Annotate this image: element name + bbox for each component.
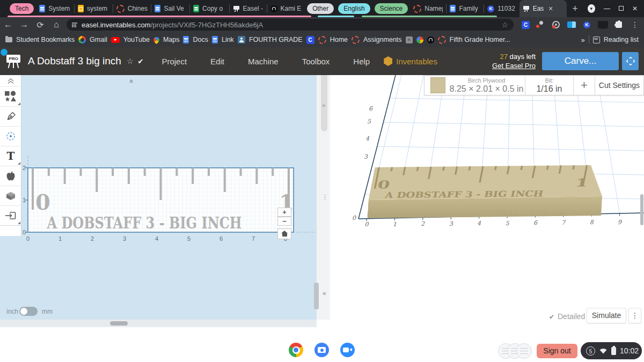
- unit-toggle[interactable]: [19, 307, 38, 316]
- more-bookmarks-icon[interactable]: »: [581, 36, 584, 44]
- bookmark-photos[interactable]: [416, 36, 423, 43]
- machine-jog-button[interactable]: [622, 52, 639, 70]
- detailed-check-icon[interactable]: ✔: [549, 313, 554, 321]
- chrome-icon[interactable]: [289, 343, 303, 357]
- camera-app-icon[interactable]: [314, 343, 329, 357]
- chevron-left-icon[interactable]: «: [323, 290, 326, 297]
- tab-easel[interactable]: Easel -: [230, 0, 267, 17]
- menu-help[interactable]: Help: [353, 57, 370, 66]
- text-tool-button[interactable]: T: [0, 146, 21, 166]
- tab-kami[interactable]: Kami E: [267, 0, 305, 17]
- horizontal-scrollbar[interactable]: [0, 320, 317, 327]
- tab-family[interactable]: Family: [447, 0, 484, 17]
- tab-copy[interactable]: Copy o: [190, 0, 229, 17]
- workpiece-3d[interactable]: 0 1 A DOBSTAFF 3 - BIG INCH: [368, 165, 602, 218]
- bookmark-fifth-grade[interactable]: Fifth Grade Homer...: [438, 36, 510, 44]
- cut-settings-button[interactable]: Cut Settings: [595, 76, 643, 95]
- drill-point-tool-button[interactable]: [0, 127, 21, 146]
- screencast-extension-icon[interactable]: [567, 21, 576, 28]
- home-icon[interactable]: ⌂: [48, 20, 64, 29]
- reading-list-button[interactable]: Reading list: [593, 36, 639, 43]
- easel-pro-logo-icon[interactable]: PRO: [5, 53, 21, 69]
- new-tab-button[interactable]: +: [572, 3, 578, 14]
- tab-group-tech[interactable]: Tech: [10, 3, 34, 14]
- bookmark-fourth-grade[interactable]: FOURTH GRADE: [238, 36, 303, 43]
- bookmark-star-icon[interactable]: ☆: [501, 20, 508, 29]
- zoom-in-button[interactable]: +: [277, 208, 291, 217]
- back-icon[interactable]: ←: [0, 20, 16, 29]
- close-window-icon[interactable]: ✕: [632, 5, 638, 12]
- favorite-star-icon[interactable]: ☆: [127, 57, 134, 65]
- menu-toolbox[interactable]: Toolbox: [302, 57, 330, 66]
- get-easel-pro-link[interactable]: Get Easel Pro: [492, 61, 536, 70]
- window-thumbnails[interactable]: [498, 343, 533, 359]
- icons-library-button[interactable]: [0, 166, 21, 186]
- menu-project[interactable]: Project: [162, 57, 187, 66]
- close-tab-icon[interactable]: ✕: [548, 5, 553, 12]
- reload-icon[interactable]: ⟳: [32, 20, 48, 30]
- tab-group-science[interactable]: Science: [375, 3, 408, 14]
- 3d-shapes-button[interactable]: [0, 186, 21, 206]
- recorder-extension-icon[interactable]: [552, 21, 560, 28]
- collapse-palette-button[interactable]: [0, 75, 21, 87]
- pen-tool-button[interactable]: [0, 107, 21, 127]
- detailed-label[interactable]: Detailed: [558, 312, 585, 321]
- bookmark-roblox[interactable]: [406, 36, 413, 43]
- tab-sail[interactable]: Sail Ve: [151, 0, 189, 17]
- minimize-icon[interactable]: —: [604, 5, 610, 12]
- simulate-menu-button[interactable]: ⋮: [628, 308, 641, 323]
- bookmark-assignments[interactable]: Assignments: [352, 36, 402, 44]
- chevron-right-icon[interactable]: »: [322, 102, 325, 108]
- tab-system[interactable]: System: [36, 0, 74, 17]
- import-button[interactable]: [0, 206, 21, 226]
- project-title[interactable]: A Dobstaff 3 big inch: [28, 55, 121, 67]
- preview-canvas-3d[interactable]: 0 0 1 2 3 4 5 6 7 8 9 3 4 5 6: [330, 75, 644, 327]
- bit-section[interactable]: Bit: 1/16 in: [525, 76, 574, 95]
- zoom-out-button[interactable]: −: [277, 217, 291, 226]
- zoom-app-icon[interactable]: [340, 343, 355, 357]
- bookmark-clever[interactable]: C: [306, 36, 314, 44]
- divider-drag-handle[interactable]: ⋮: [321, 193, 328, 201]
- collapse-workpieces-icon[interactable]: «: [128, 79, 136, 83]
- simulate-button[interactable]: Simulate: [587, 308, 626, 323]
- inventables-link[interactable]: Inventables: [396, 57, 437, 66]
- bookmark-docs[interactable]: Docs: [183, 36, 208, 43]
- clever-extension-icon[interactable]: C: [522, 21, 530, 29]
- bookmark-youtube[interactable]: YouTube: [111, 36, 150, 43]
- site-info-icon[interactable]: [72, 23, 77, 27]
- vertical-scrollbar-thumb[interactable]: [314, 283, 319, 309]
- tab-group-other[interactable]: Other: [307, 3, 334, 14]
- bookmark-home[interactable]: Home: [318, 36, 348, 44]
- address-bar[interactable]: easel.inventables.com/projects/VXif5-7HG…: [67, 19, 514, 31]
- extensions-puzzle-icon[interactable]: [616, 21, 622, 28]
- bookmark-maps[interactable]: Maps: [153, 36, 180, 43]
- window-thumbnail[interactable]: [516, 343, 532, 359]
- zoom-home-button[interactable]: [277, 228, 291, 239]
- browser-menu-icon[interactable]: ⋮: [631, 20, 639, 29]
- material-section[interactable]: Birch Plywood 8.25 × 2.01 × 0.5 in: [425, 76, 525, 95]
- menu-edit[interactable]: Edit: [210, 57, 224, 66]
- profile-extension-icon[interactable]: [537, 21, 545, 28]
- menu-machine[interactable]: Machine: [248, 57, 279, 66]
- page-scrollbar-thumb[interactable]: [640, 194, 643, 225]
- display-extension-icon[interactable]: [598, 21, 608, 28]
- tab-chines[interactable]: Chines: [113, 0, 151, 17]
- bookmark-kami[interactable]: [427, 36, 434, 43]
- inventables-logo-icon[interactable]: [384, 56, 392, 66]
- carve-button[interactable]: Carve...: [542, 52, 619, 70]
- tab-11032[interactable]: 11032: [484, 0, 519, 17]
- bookmark-student-bookmarks[interactable]: Student Bookmarks: [5, 36, 75, 43]
- restore-window-icon[interactable]: [619, 6, 624, 11]
- tab-group-english[interactable]: English: [338, 3, 370, 14]
- tab-system2[interactable]: system: [75, 0, 113, 17]
- forward-icon[interactable]: →: [16, 20, 32, 29]
- bookmark-link[interactable]: Link: [212, 36, 234, 43]
- design-canvas-2d[interactable]: 0 1 A DOBSTAFF 3 - BIG INCH 2 1 0 0 1 2 …: [21, 75, 317, 320]
- kami-extension-icon[interactable]: [583, 21, 590, 28]
- sign-out-button[interactable]: Sign out: [537, 344, 577, 358]
- horizontal-scrollbar-thumb[interactable]: [110, 321, 128, 326]
- bookmark-gmail[interactable]: Gmail: [78, 36, 107, 43]
- scroll-collapse-track[interactable]: »: [321, 75, 327, 131]
- tab-easel-active[interactable]: Eas✕: [519, 0, 567, 17]
- status-tray[interactable]: 5 10:02: [581, 342, 642, 359]
